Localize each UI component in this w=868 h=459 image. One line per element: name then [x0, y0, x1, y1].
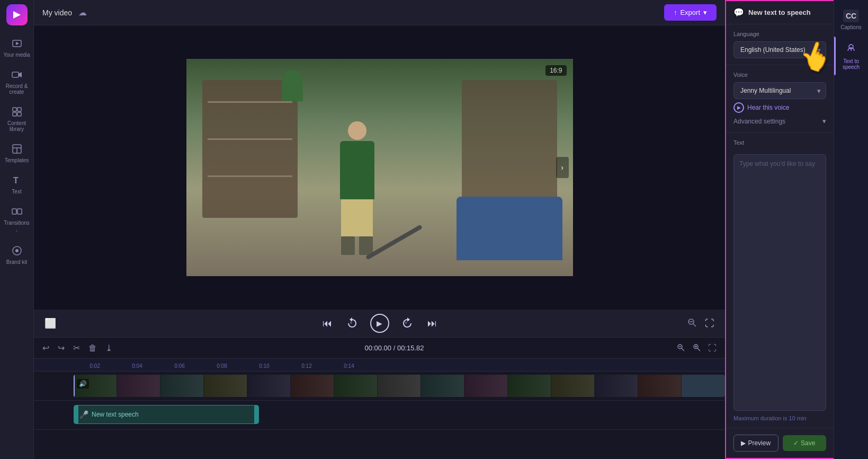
video-track-bar: 🔊 [74, 375, 725, 397]
save-cloud-icon[interactable]: ☁ [78, 7, 87, 17]
forward5-button[interactable]: 5 [400, 315, 415, 332]
zoom-out-button[interactable] [685, 315, 699, 332]
cut-button[interactable]: ✂ [71, 342, 82, 354]
tts-panel-label: Text to speech [836, 58, 866, 70]
hear-voice-label: Hear this voice [747, 104, 789, 111]
content-library-icon [11, 105, 23, 118]
film-cell [378, 375, 421, 397]
film-cell [117, 375, 160, 397]
language-select[interactable]: English (United States) English (United … [733, 41, 826, 58]
advanced-settings-label: Advanced settings [733, 118, 785, 125]
record-icon [11, 68, 23, 81]
export-icon: ↑ [674, 8, 677, 16]
back5-button[interactable]: 5 [345, 315, 360, 332]
monitor-icon[interactable]: ⬜ [42, 315, 58, 331]
topbar: My video ☁ ↑ Export ▾ [34, 0, 725, 25]
ruler-marks: 0:02 0:04 0:06 0:08 0:10 0:12 0:14 [74, 363, 370, 369]
save-label: Save [801, 439, 815, 447]
tts-footer: ▶ Preview ✓ Save [726, 428, 834, 458]
voice-section: Voice Jenny Multilingual Guy Aria Davis … [726, 65, 834, 133]
preview-button[interactable]: ▶ Preview [733, 435, 778, 452]
tts-track-row: 🎤 New text speech [34, 401, 725, 430]
svg-marker-4 [19, 72, 22, 77]
timeline-area: ↩ ↪ ✂ 🗑 ⤓ 00:00.00 / 00:15.82 ⛶ [34, 337, 725, 459]
sidebar-item-transitions[interactable]: Transitions › [0, 200, 33, 239]
rewind-button[interactable]: ⏮ [320, 316, 334, 331]
film-cell [204, 375, 247, 397]
svg-rect-7 [13, 112, 16, 116]
tts-track-bar[interactable]: 🎤 New text speech [74, 405, 259, 424]
video-track-content[interactable]: 🔊 [74, 372, 725, 400]
language-label: Language [733, 31, 826, 37]
audio-icon: 🔊 [77, 379, 89, 389]
svg-line-27 [697, 348, 700, 351]
export-label: Export [680, 8, 700, 16]
your-media-icon [11, 37, 23, 50]
captions-panel-item[interactable]: CC Captions [834, 4, 868, 36]
timeline-fit-button[interactable]: ⛶ [706, 342, 719, 354]
advanced-settings-row[interactable]: Advanced settings ▾ [733, 116, 826, 126]
video-background [186, 59, 573, 276]
sidebar-item-text[interactable]: T Text [0, 169, 33, 200]
sidebar-item-templates[interactable]: Templates [0, 137, 33, 169]
timeline-tracks: 🔊 [34, 372, 725, 459]
sidebar-item-content-library[interactable]: Content library [0, 100, 33, 137]
tts-handle-left[interactable] [74, 405, 78, 423]
tts-track-content[interactable]: 🎤 New text speech [74, 401, 725, 429]
film-cell [464, 375, 508, 397]
film-cell [421, 375, 464, 397]
project-title: My video [42, 8, 72, 17]
save-to-media-button[interactable]: ⤓ [103, 342, 114, 354]
sidebar-item-brand-label: Brand kit [6, 259, 27, 265]
preview-label: Preview [748, 439, 771, 447]
next-scene-button[interactable]: › [556, 157, 569, 178]
transitions-icon [11, 205, 23, 218]
ruler-mark: 0:04 [116, 363, 158, 369]
video-controls: ⬜ ⏮ 5 ▶ 5 ⏭ ⛶ [34, 310, 725, 337]
tts-panel-item[interactable]: Text to speech [834, 37, 868, 75]
save-check-icon: ✓ [793, 439, 799, 447]
preview-play-icon: ▶ [741, 439, 746, 447]
sidebar-item-content-library-label: Content library [2, 120, 31, 132]
film-cell [291, 375, 334, 397]
sidebar-item-record-label: Record & create [2, 83, 31, 95]
fullscreen-button[interactable]: ⛶ [703, 316, 717, 331]
tts-handle-right[interactable] [254, 405, 258, 423]
playhead[interactable] [74, 375, 75, 397]
play-button[interactable]: ▶ [370, 314, 389, 333]
fastforward-button[interactable]: ⏭ [425, 316, 439, 331]
video-container: 16:9 › [34, 25, 725, 310]
ruler-mark: 0:14 [328, 363, 370, 369]
tts-panel-title: New text to speech [748, 8, 811, 16]
left-sidebar: Your media Record & create Content libra… [0, 0, 34, 459]
redo-button[interactable]: ↪ [56, 342, 67, 354]
film-cell [551, 375, 595, 397]
ruler-mark: 0:06 [158, 363, 201, 369]
language-select-wrap: English (United States) English (United … [733, 41, 826, 58]
delete-button[interactable]: 🗑 [86, 342, 99, 354]
left-controls: ⬜ [42, 315, 58, 331]
right-side: 💬 New text to speech Language English (U… [725, 0, 868, 459]
text-section-label: Text [733, 139, 826, 146]
sidebar-item-your-media-label: Your media [3, 52, 30, 58]
tts-panel-header: 💬 New text to speech [726, 1, 834, 24]
sidebar-item-record[interactable]: Record & create [0, 63, 33, 100]
tts-header-icon: 💬 [733, 7, 744, 17]
export-button[interactable]: ↑ Export ▾ [664, 4, 717, 21]
timeline-zoom-out-button[interactable] [674, 342, 687, 355]
timeline-zoom-in-button[interactable] [690, 342, 703, 355]
tts-text-input[interactable] [733, 154, 826, 411]
export-chevron-icon: ▾ [703, 8, 707, 16]
captions-icon: CC [843, 10, 859, 22]
svg-rect-14 [17, 209, 22, 214]
svg-rect-8 [17, 112, 21, 116]
max-duration-label: Maximum duration is 10 min [733, 415, 826, 421]
hear-voice-button[interactable]: ▶ Hear this voice [733, 99, 789, 116]
undo-button[interactable]: ↩ [40, 342, 51, 354]
sidebar-item-brand[interactable]: Brand kit [0, 239, 33, 270]
save-button[interactable]: ✓ Save [783, 435, 827, 451]
svg-point-17 [15, 249, 19, 252]
sidebar-item-your-media[interactable]: Your media [0, 32, 33, 63]
timeline-toolbar: ↩ ↪ ✂ 🗑 ⤓ 00:00.00 / 00:15.82 ⛶ [34, 338, 725, 359]
voice-select[interactable]: Jenny Multilingual Guy Aria Davis Jane [733, 82, 826, 99]
